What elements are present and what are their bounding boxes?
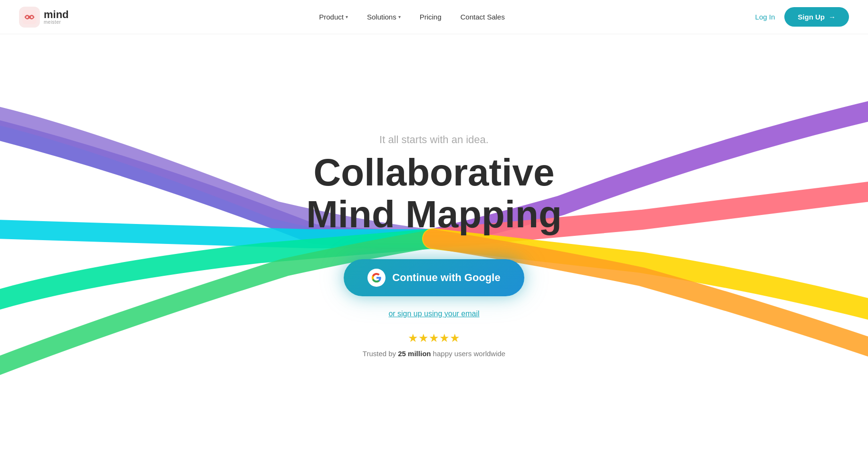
logo-mind-text: mind: [44, 10, 69, 20]
continue-with-google-button[interactable]: Continue with Google: [344, 259, 524, 296]
nav-product[interactable]: Product ▾: [319, 13, 348, 21]
logo-text: mind meister: [44, 10, 69, 25]
logo[interactable]: mind meister: [19, 7, 69, 28]
nav-contact-sales[interactable]: Contact Sales: [461, 13, 505, 21]
nav-actions: Log In Sign Up →: [755, 7, 849, 27]
nav-pricing[interactable]: Pricing: [420, 13, 442, 21]
product-chevron-icon: ▾: [346, 14, 348, 19]
hero-section: It all starts with an idea. Collaborativ…: [0, 34, 868, 457]
svg-point-1: [28, 16, 31, 19]
hero-subtitle: It all starts with an idea.: [379, 134, 489, 146]
logo-meister-text: meister: [44, 20, 69, 25]
logo-icon: [19, 7, 40, 28]
nav-solutions[interactable]: Solutions ▾: [367, 13, 401, 21]
navbar: mind meister Product ▾ Solutions ▾ Prici…: [0, 0, 868, 34]
star-rating: ★★★★★: [408, 331, 460, 345]
login-link[interactable]: Log In: [755, 13, 775, 21]
google-icon: [367, 269, 386, 287]
trust-text: Trusted by 25 million happy users worldw…: [363, 350, 505, 358]
hero-content: It all starts with an idea. Collaborativ…: [306, 134, 562, 358]
trust-section: ★★★★★ Trusted by 25 million happy users …: [363, 331, 505, 358]
solutions-chevron-icon: ▾: [398, 14, 401, 19]
signup-arrow-icon: →: [829, 13, 836, 21]
nav-links: Product ▾ Solutions ▾ Pricing Contact Sa…: [319, 13, 505, 21]
email-signup-link[interactable]: or sign up using your email: [388, 310, 479, 318]
hero-title: Collaborative Mind Mapping: [306, 152, 562, 235]
signup-button[interactable]: Sign Up →: [784, 7, 849, 27]
